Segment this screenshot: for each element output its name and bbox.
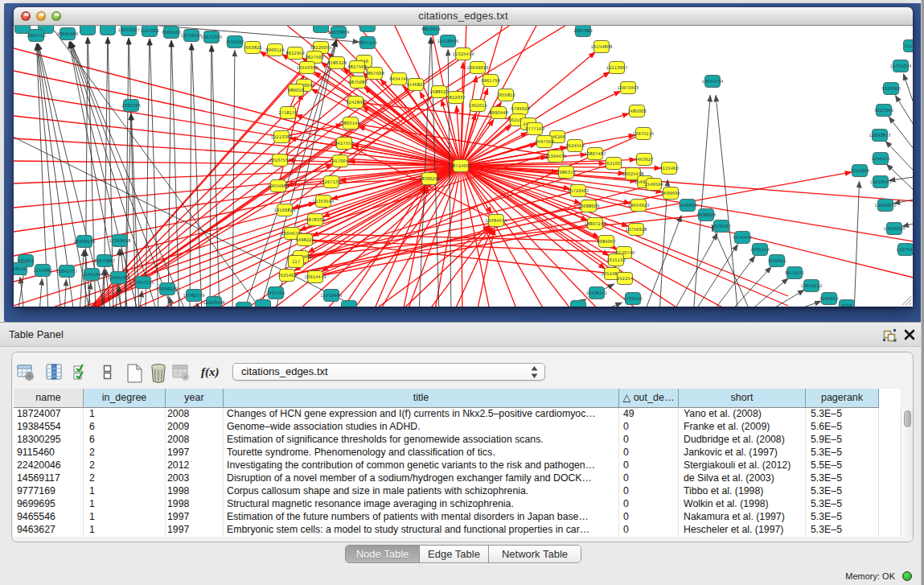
graph-node-16033809[interactable]: 16033809 (328, 27, 350, 39)
show-columns-icon[interactable] (45, 363, 64, 382)
graph-node-9084067[interactable]: 9084067 (597, 236, 616, 248)
graph-node-3215958[interactable]: 3215958 (850, 165, 869, 177)
graph-node-2087682[interactable]: 2087682 (573, 26, 593, 37)
graph-node-3267130[interactable]: 3267130 (322, 176, 341, 188)
graph-node-16640910[interactable]: 16640910 (467, 62, 490, 74)
edge-black[interactable] (745, 278, 788, 307)
graph-node-unlabeled[interactable] (80, 26, 96, 35)
graph-node-12042757[interactable]: 12042757 (56, 266, 78, 278)
graph-node-15218506[interactable]: 15218506 (437, 35, 460, 47)
graph-node-1440954[interactable]: 1440954 (678, 200, 697, 212)
graph-node-6497568[interactable]: 6497568 (535, 136, 554, 148)
graph-node-1549594[interactable]: 1549594 (644, 179, 663, 191)
graph-node-10654112[interactable]: 10654112 (801, 280, 823, 292)
table-row[interactable]: 1872400712008Changes of HCN gene express… (13, 408, 901, 421)
graph-node-8990448[interactable]: 8990448 (489, 107, 508, 119)
graph-node-1615132[interactable]: 1615132 (606, 254, 626, 266)
graph-node-8186328[interactable]: 8186328 (327, 57, 347, 69)
column-header-in_degree[interactable]: in_degree (84, 389, 166, 408)
table-options-icon[interactable] (16, 363, 35, 382)
delete-column-icon[interactable] (148, 363, 169, 384)
graph-node-9115460[interactable]: 9115460 (659, 163, 679, 175)
graph-node-12213383[interactable]: 12213383 (271, 131, 293, 143)
graph-node-18807249[interactable]: 18807249 (585, 218, 606, 230)
edge-black[interactable] (710, 256, 755, 307)
graph-node-1167533[interactable]: 1167533 (896, 244, 913, 256)
graph-node-252254[interactable]: 252254 (617, 273, 634, 285)
graph-node-5878332[interactable]: 5878332 (306, 214, 325, 226)
edge-black[interactable] (70, 42, 158, 307)
graph-node-16671355[interactable]: 16671355 (201, 31, 223, 43)
graph-node-16644734[interactable]: 16644734 (702, 76, 725, 88)
column-header-name[interactable]: name (14, 389, 84, 408)
graph-node-11325419[interactable]: 11325419 (453, 48, 474, 60)
graph-node-9777169[interactable]: 9777169 (525, 123, 544, 135)
graph-node-7955812[interactable]: 7955812 (496, 89, 515, 101)
edge-black[interactable] (171, 40, 179, 307)
graph-node-8427552[interactable]: 8427552 (335, 138, 354, 150)
graph-node-11123[interactable]: 11123 (904, 40, 914, 52)
graph-node-989018[interactable]: 989018 (288, 84, 305, 97)
node-table[interactable]: namein_degreeyeartitle△ out_de…shortpage… (13, 389, 901, 537)
graph-node-12213967[interactable]: 12213967 (606, 62, 628, 74)
graph-node-9457791[interactable]: 9457791 (266, 287, 285, 299)
edge-black[interactable] (887, 164, 913, 190)
graph-node-10653267[interactable]: 10653267 (118, 26, 140, 36)
graph-node-17957255[interactable]: 17957255 (133, 277, 154, 289)
table-row[interactable]: 1830029562008Estimation of significance … (13, 434, 901, 447)
graph-node-unlabeled[interactable] (101, 26, 116, 35)
graph-node-16154808[interactable]: 16154808 (591, 41, 614, 53)
graph-node-7632621[interactable]: 7632621 (767, 255, 786, 267)
graph-node-117[interactable]: 117 (289, 256, 304, 268)
edge-black[interactable] (591, 303, 622, 307)
graph-node-8813054[interactable]: 8813054 (421, 26, 441, 35)
graph-node-2505334[interactable]: 2505334 (121, 100, 141, 112)
tab-node-table[interactable]: Node Table (346, 546, 420, 562)
graph-node-1733426[interactable]: 1733426 (623, 293, 643, 305)
graph-node-10807487[interactable]: 10807487 (585, 148, 606, 160)
graph-node-1145194[interactable]: 1145194 (82, 269, 101, 281)
new-column-icon[interactable] (125, 363, 146, 384)
graph-node-5679197[interactable]: 5679197 (712, 220, 731, 233)
graph-node-6961758[interactable]: 6961758 (481, 75, 500, 87)
close-window-button[interactable] (21, 11, 31, 21)
graph-node-9329366[interactable]: 9329366 (881, 83, 901, 95)
graph-node-17016504[interactable]: 17016504 (884, 223, 906, 235)
float-window-icon[interactable] (883, 328, 897, 342)
graph-node-18300295[interactable]: 18300295 (419, 173, 441, 185)
graph-node-7663822[interactable]: 7663822 (243, 42, 262, 54)
graph-node-39119[interactable]: 39119 (14, 263, 27, 275)
graph-node-7857224[interactable]: 7857224 (358, 37, 377, 49)
graph-node-10756928[interactable]: 10756928 (626, 224, 648, 236)
table-row[interactable]: 969969511998Structural magnetic resonanc… (13, 498, 901, 511)
graph-node-7986372[interactable]: 7986372 (556, 167, 576, 179)
table-row[interactable]: 946554611997Estimation of the future num… (13, 511, 901, 524)
graph-node-9463627[interactable]: 9463627 (634, 154, 654, 166)
table-row[interactable]: 977716911998Corpus callosum shape and si… (13, 485, 901, 498)
table-row[interactable]: 1938455462009Genome–wide association stu… (13, 421, 901, 434)
graph-node-16782759[interactable]: 16782759 (183, 290, 205, 302)
table-vertical-scrollbar[interactable] (901, 408, 913, 536)
graph-node-1527602[interactable]: 1527602 (140, 26, 159, 37)
graph-node-unlabeled[interactable] (342, 301, 357, 307)
graph-node-21364436[interactable]: 21364436 (545, 150, 568, 163)
graph-node-1115682[interactable]: 1115682 (33, 265, 52, 277)
graph-node-8471676[interactable]: 8471676 (785, 267, 804, 279)
graph-node-unlabeled[interactable] (314, 26, 329, 33)
graph-node-6794028[interactable]: 6794028 (511, 103, 530, 115)
graph-node-14136141[interactable]: 14136141 (586, 287, 608, 299)
graph-node-9245652[interactable]: 9245652 (819, 293, 839, 305)
graph-node-5938928[interactable]: 5938928 (696, 209, 716, 221)
graph-node-15751074[interactable]: 15751074 (890, 60, 913, 72)
graph-node-16543362[interactable]: 16543362 (297, 62, 318, 74)
graph-node-19166829[interactable]: 19166829 (274, 204, 296, 216)
edge-black[interactable] (39, 278, 42, 307)
edge-black[interactable] (69, 42, 122, 307)
column-header-out_de[interactable]: △ out_de… (619, 389, 679, 408)
graph-node-15716485[interactable]: 15716485 (321, 290, 343, 302)
tab-edge-table[interactable]: Edge Table (420, 546, 489, 562)
graph-node-1362615[interactable]: 1362615 (468, 100, 487, 112)
network-window-titlebar[interactable]: citations_edges.txt (14, 7, 913, 26)
graph-node-12975115[interactable]: 12975115 (633, 128, 655, 140)
graph-node-16914479[interactable]: 16914479 (305, 271, 326, 283)
